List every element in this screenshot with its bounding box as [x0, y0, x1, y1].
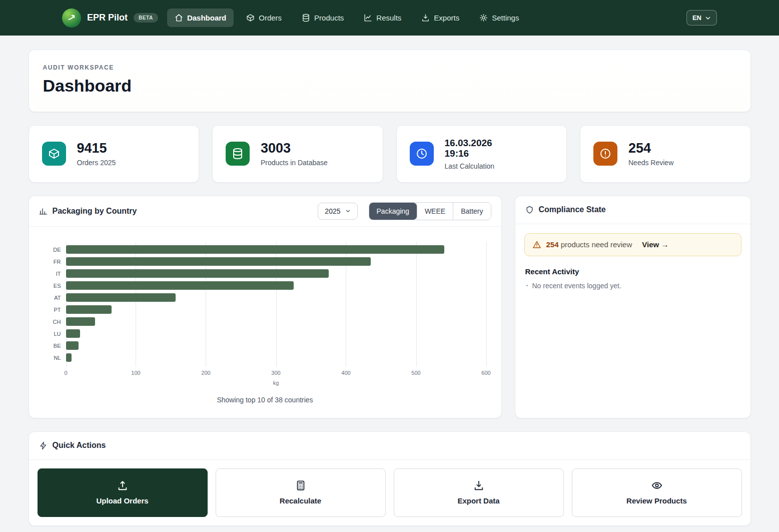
compliance-card: Compliance State 254 products need revie… — [515, 196, 751, 418]
y-tick-label: LU — [44, 328, 66, 340]
year-select[interactable]: 2025 — [318, 203, 357, 220]
stat-text: 3003 Products in Database — [261, 141, 328, 167]
stat-text: 16.03.2026 19:16 Last Calculation — [445, 138, 495, 170]
quick-actions-title-wrap: Quick Actions — [39, 441, 106, 450]
stat-label: Products in Database — [261, 159, 328, 167]
bar-AT[interactable] — [66, 293, 176, 302]
nav-item-label: Results — [376, 14, 401, 22]
chart-footnote: Showing top 10 of 38 countries — [44, 396, 486, 404]
stat-text: 254 Needs Review — [628, 141, 673, 167]
bar-row — [66, 244, 486, 256]
tab-weee[interactable]: WEEE — [417, 203, 453, 220]
calculator-icon — [295, 480, 306, 491]
database-icon — [226, 142, 250, 166]
main-nav: Dashboard Orders Products Results Export… — [167, 9, 527, 27]
button-label: Export Data — [457, 496, 499, 505]
recent-activity-empty: No recent events logged yet. — [524, 282, 741, 290]
alert-text: 254 products need review — [546, 240, 632, 249]
stat-card-orders: 9415 Orders 2025 — [29, 125, 200, 183]
quick-actions-body: Upload Orders Recalculate Export Data Re… — [29, 460, 750, 525]
chart-plot — [66, 242, 486, 367]
stat-value-time: 19:16 — [445, 148, 495, 159]
bar-row — [66, 328, 486, 340]
nav-item-products[interactable]: Products — [294, 9, 351, 27]
nav-item-exports[interactable]: Exports — [414, 9, 467, 27]
bar-ES[interactable] — [66, 281, 294, 290]
alert-view-link[interactable]: View → — [642, 240, 668, 249]
chart-title-wrap: Packaging by Country — [39, 207, 137, 216]
package-icon — [42, 142, 66, 166]
stat-label: Orders 2025 — [77, 159, 116, 167]
y-tick-label: IT — [44, 268, 66, 280]
compliance-body: 254 products need review View → Recent A… — [515, 224, 750, 300]
stat-card-last-calculation: 16.03.2026 19:16 Last Calculation — [396, 125, 567, 183]
x-tick-label: 500 — [411, 370, 420, 376]
stat-card-products: 3003 Products in Database — [212, 125, 383, 183]
chart-y-labels: DEFRITESATPTCHLUBENL — [44, 242, 66, 367]
bolt-icon — [39, 441, 48, 450]
nav-item-settings[interactable]: Settings — [472, 9, 526, 27]
y-tick-label: ES — [44, 280, 66, 292]
x-axis-pad — [44, 369, 66, 378]
review-products-button[interactable]: Review Products — [572, 468, 742, 517]
language-value: EN — [692, 14, 701, 22]
chart-controls: 2025 Packaging WEEE Battery — [318, 202, 491, 220]
chart-x-axis-row: 0100200300400500600 — [44, 369, 486, 378]
compliance-header: Compliance State — [515, 196, 750, 224]
logo-icon — [62, 9, 81, 28]
tab-packaging[interactable]: Packaging — [369, 203, 417, 220]
bar-DE[interactable] — [66, 245, 444, 254]
database-icon — [302, 14, 310, 22]
page-header-card: AUDIT WORKSPACE Dashboard — [29, 50, 751, 112]
bar-row — [66, 292, 486, 304]
chart-x-axis: 0100200300400500600 — [66, 369, 486, 378]
export-data-button[interactable]: Export Data — [394, 468, 564, 517]
y-tick-label: BE — [44, 340, 66, 352]
workspace-eyebrow: AUDIT WORKSPACE — [43, 64, 736, 71]
bar-row — [66, 352, 486, 364]
x-axis-unit: kg — [44, 380, 486, 386]
bar-IT[interactable] — [66, 269, 329, 278]
quick-actions-title: Quick Actions — [53, 441, 106, 450]
bar-NL[interactable] — [66, 353, 72, 362]
alert-message: products need review — [561, 240, 632, 249]
bar-FR[interactable] — [66, 257, 371, 266]
upload-orders-button[interactable]: Upload Orders — [38, 468, 208, 517]
y-tick-label: AT — [44, 292, 66, 304]
language-select[interactable]: EN — [686, 10, 717, 26]
bar-CH[interactable] — [66, 317, 96, 326]
nav-item-orders[interactable]: Orders — [239, 9, 289, 27]
recalculate-button[interactable]: Recalculate — [216, 468, 386, 517]
stat-value: 9415 — [77, 141, 116, 156]
nav-item-dashboard[interactable]: Dashboard — [167, 9, 234, 27]
nav-item-results[interactable]: Results — [356, 9, 409, 27]
gridline — [486, 242, 487, 367]
stat-value-date: 16.03.2026 — [445, 138, 495, 148]
stat-value: 254 — [628, 141, 673, 156]
quick-actions-header: Quick Actions — [29, 432, 750, 460]
nav-item-label: Dashboard — [187, 14, 226, 22]
warning-icon — [532, 240, 541, 249]
y-tick-label: CH — [44, 316, 66, 328]
chart-type-tabs: Packaging WEEE Battery — [369, 202, 491, 220]
packaging-chart-card: Packaging by Country 2025 Packaging WEEE… — [29, 196, 502, 418]
bullet-dot — [526, 285, 528, 286]
y-tick-label: PT — [44, 304, 66, 316]
shield-icon — [525, 206, 534, 214]
bar-PT[interactable] — [66, 305, 112, 314]
chevron-down-icon — [705, 15, 711, 21]
y-tick-label: NL — [44, 352, 66, 364]
bar-row — [66, 256, 486, 268]
tab-battery[interactable]: Battery — [453, 203, 490, 220]
button-label: Recalculate — [280, 496, 321, 505]
top-navbar: EPR Pilot BETA Dashboard Orders Products… — [0, 0, 779, 36]
bar-LU[interactable] — [66, 329, 80, 338]
y-tick-label: DE — [44, 244, 66, 256]
x-tick-label: 200 — [201, 370, 210, 376]
chart-title: Packaging by Country — [53, 207, 137, 216]
middle-row: Packaging by Country 2025 Packaging WEEE… — [29, 196, 751, 418]
stats-row: 9415 Orders 2025 3003 Products in Databa… — [29, 125, 751, 183]
clock-icon — [410, 142, 434, 166]
alert-circle-icon — [593, 142, 617, 166]
bar-BE[interactable] — [66, 341, 79, 350]
